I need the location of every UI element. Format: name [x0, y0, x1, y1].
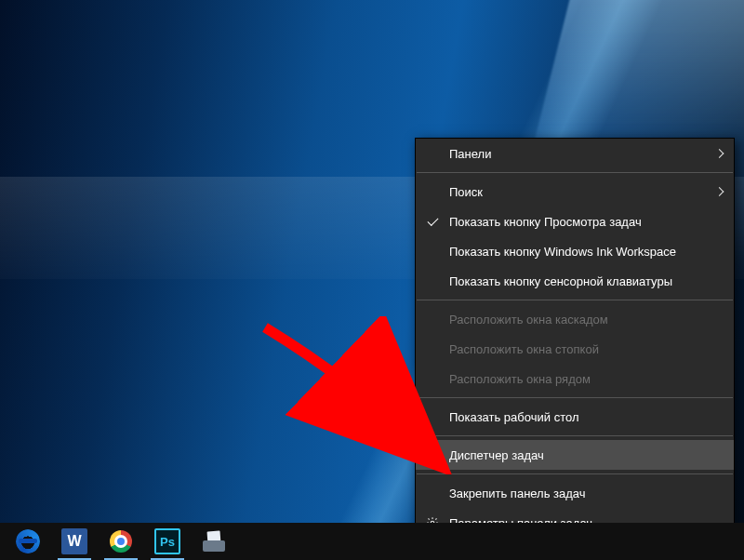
menu-item-label: Закрепить панель задач [449, 487, 586, 500]
menu-stack-windows: Расположить окна стопкой [416, 334, 734, 364]
taskbar-word-button[interactable]: W [52, 523, 97, 560]
menu-separator [417, 300, 733, 300]
menu-item-label: Расположить окна стопкой [449, 342, 599, 356]
taskbar-photoshop-button[interactable]: Ps [145, 523, 190, 560]
menu-separator [417, 397, 733, 398]
menu-item-label: Поиск [449, 185, 483, 199]
photoshop-icon: Ps [154, 528, 180, 554]
word-icon: W [61, 528, 87, 554]
menu-item-label: Панели [449, 147, 491, 161]
menu-task-manager[interactable]: Диспетчер задач [416, 440, 734, 470]
printer-icon [201, 531, 227, 552]
menu-separator [417, 473, 733, 474]
taskbar: W Ps [0, 523, 744, 560]
menu-search[interactable]: Поиск [416, 177, 734, 207]
menu-cascade-windows: Расположить окна каскадом [416, 304, 734, 334]
menu-show-touch-keyboard[interactable]: Показать кнопку сенсорной клавиатуры [416, 266, 734, 296]
menu-show-ink-workspace[interactable]: Показать кнопку Windows Ink Workspace [416, 236, 734, 266]
menu-item-label: Расположить окна рядом [449, 372, 591, 386]
taskbar-printer-button[interactable] [192, 523, 236, 560]
menu-separator [417, 172, 733, 173]
edge-icon [16, 529, 40, 553]
menu-lock-taskbar[interactable]: Закрепить панель задач [416, 478, 734, 508]
chrome-icon [110, 530, 132, 553]
menu-show-desktop[interactable]: Показать рабочий стол [416, 402, 734, 432]
menu-item-label: Расположить окна каскадом [449, 313, 608, 327]
menu-item-label: Показать кнопку сенсорной клавиатуры [449, 274, 672, 288]
taskbar-chrome-button[interactable] [99, 523, 143, 560]
menu-separator [417, 435, 733, 436]
check-icon [425, 214, 440, 229]
menu-item-label: Показать кнопку Windows Ink Workspace [449, 245, 676, 259]
menu-show-taskview[interactable]: Показать кнопку Просмотра задач [416, 207, 734, 236]
menu-side-by-side-windows: Расположить окна рядом [416, 364, 734, 393]
taskbar-edge-button[interactable] [6, 523, 50, 560]
menu-item-label: Показать рабочий стол [449, 410, 578, 424]
menu-panels[interactable]: Панели [416, 139, 734, 168]
taskbar-context-menu: Панели Поиск Показать кнопку Просмотра з… [415, 138, 735, 539]
menu-item-label: Диспетчер задач [449, 448, 544, 462]
menu-item-label: Показать кнопку Просмотра задач [449, 215, 642, 229]
